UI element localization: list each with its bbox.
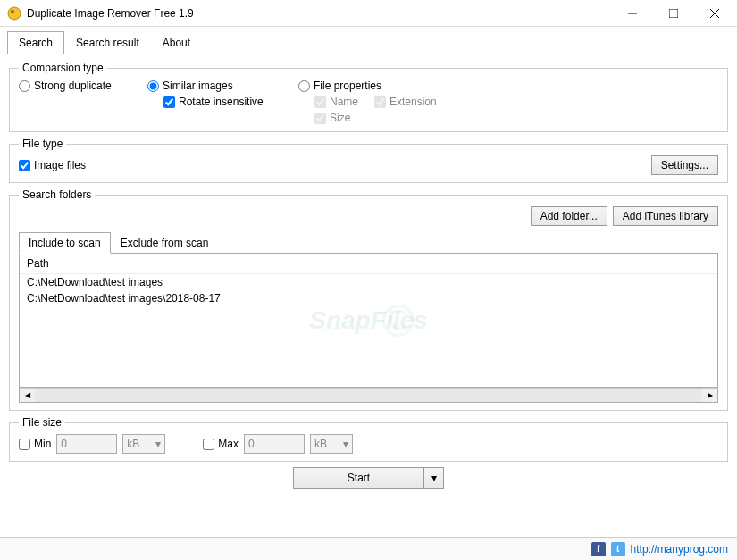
path-row[interactable]: C:\NetDownload\test images bbox=[20, 274, 717, 290]
scroll-track[interactable] bbox=[35, 389, 702, 402]
check-image-files[interactable]: Image files bbox=[19, 159, 86, 171]
settings-button[interactable]: Settings... bbox=[651, 155, 718, 175]
svg-point-1 bbox=[11, 10, 14, 13]
website-link[interactable]: http://manyprog.com bbox=[631, 543, 728, 556]
app-icon bbox=[7, 6, 21, 21]
tab-search-result[interactable]: Search result bbox=[64, 31, 151, 54]
start-dropdown-button[interactable]: ▾ bbox=[424, 467, 444, 489]
content-area: Comparsion type Strong duplicate Similar… bbox=[0, 54, 737, 496]
start-button[interactable]: Start bbox=[293, 467, 424, 489]
scroll-left-arrow[interactable]: ◀ bbox=[20, 389, 35, 402]
maximize-icon bbox=[669, 9, 678, 18]
min-unit-select: kB ▾ bbox=[122, 434, 165, 454]
check-extension: Extension bbox=[374, 96, 437, 108]
titlebar: Duplicate Image Remover Free 1.9 bbox=[0, 0, 737, 27]
comparison-legend: Comparsion type bbox=[19, 62, 107, 74]
tab-about[interactable]: About bbox=[151, 31, 202, 54]
facebook-icon[interactable]: f bbox=[591, 542, 606, 556]
radio-similar-images[interactable]: Similar images bbox=[147, 79, 295, 92]
max-unit-select: kB ▾ bbox=[310, 434, 353, 454]
horizontal-scrollbar[interactable]: ◀ ▶ bbox=[19, 388, 718, 403]
chevron-down-icon: ▾ bbox=[343, 438, 348, 450]
tab-exclude-scan[interactable]: Exclude from scan bbox=[111, 232, 219, 254]
max-value-input bbox=[244, 434, 305, 454]
folders-fieldset: Search folders Add folder... Add iTunes … bbox=[9, 188, 728, 411]
add-itunes-button[interactable]: Add iTunes library bbox=[613, 206, 718, 226]
svg-rect-3 bbox=[669, 9, 678, 18]
start-row: Start ▾ bbox=[9, 467, 728, 489]
close-button[interactable] bbox=[694, 0, 735, 27]
comparison-fieldset: Comparsion type Strong duplicate Similar… bbox=[9, 62, 728, 132]
footer: f t http://manyprog.com bbox=[0, 537, 737, 560]
check-max[interactable]: Max bbox=[203, 438, 239, 450]
window-title: Duplicate Image Remover Free 1.9 bbox=[27, 7, 612, 20]
chevron-down-icon: ▾ bbox=[155, 438, 161, 450]
tab-search[interactable]: Search bbox=[7, 31, 64, 54]
min-value-input bbox=[56, 434, 117, 454]
chevron-down-icon: ▾ bbox=[431, 472, 437, 484]
check-name: Name bbox=[314, 96, 358, 108]
tab-include-scan[interactable]: Include to scan bbox=[19, 232, 111, 254]
check-min[interactable]: Min bbox=[19, 438, 51, 450]
close-icon bbox=[710, 9, 719, 18]
radio-file-properties[interactable]: File properties bbox=[298, 79, 477, 92]
folders-legend: Search folders bbox=[19, 188, 95, 201]
path-column-header[interactable]: Path bbox=[20, 254, 717, 274]
scroll-right-arrow[interactable]: ▶ bbox=[702, 389, 717, 402]
path-list: Path C:\NetDownload\test images C:\NetDo… bbox=[19, 254, 718, 388]
scan-tabs: Include to scan Exclude from scan bbox=[19, 231, 718, 254]
check-size: Size bbox=[314, 112, 477, 124]
svg-point-0 bbox=[8, 7, 21, 20]
filetype-legend: File type bbox=[19, 138, 66, 150]
filesize-legend: File size bbox=[19, 416, 65, 429]
minimize-icon bbox=[628, 9, 637, 18]
watermark-icon: C bbox=[382, 305, 415, 337]
add-folder-button[interactable]: Add folder... bbox=[531, 206, 607, 226]
watermark-text: SnapFiles bbox=[309, 306, 427, 335]
minimize-button[interactable] bbox=[612, 0, 653, 27]
check-rotate-insensitive[interactable]: Rotate insensitive bbox=[163, 96, 295, 108]
twitter-icon[interactable]: t bbox=[611, 542, 625, 556]
maximize-button[interactable] bbox=[653, 0, 694, 27]
main-tabs: Search Search result About bbox=[0, 27, 737, 54]
filetype-fieldset: File type Image files Settings... bbox=[9, 138, 728, 183]
radio-strong-duplicate[interactable]: Strong duplicate bbox=[19, 79, 144, 92]
path-row[interactable]: C:\NetDownload\test images\2018-08-17 bbox=[20, 290, 717, 306]
filesize-fieldset: File size Min kB ▾ Max kB ▾ bbox=[9, 416, 728, 462]
